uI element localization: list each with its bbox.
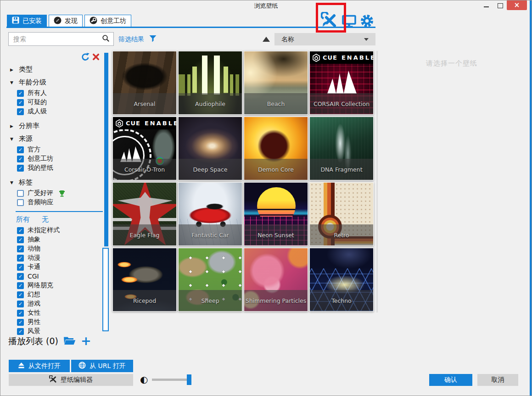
opacity-slider-track[interactable]: [152, 379, 190, 381]
cancel-button[interactable]: 取消: [477, 374, 518, 386]
filter-option: ✓成人级: [8, 107, 102, 116]
wallpaper-tile[interactable]: Audiophile: [178, 51, 242, 115]
add-playlist-icon[interactable]: +: [81, 335, 91, 347]
checkbox[interactable]: ✓: [17, 156, 24, 162]
wallpaper-tile[interactable]: Retro: [309, 182, 374, 246]
wallpaper-tile[interactable]: Neon Sunset: [244, 182, 308, 246]
filter-option: ✓游戏: [8, 299, 102, 308]
grid-scrollbar-track[interactable]: [376, 51, 378, 312]
checkbox[interactable]: ✓: [17, 282, 24, 289]
section-label: 年龄分级: [19, 78, 46, 87]
checkbox[interactable]: ✓: [17, 90, 24, 97]
wallpaper-tile[interactable]: Eagle Flag: [112, 182, 177, 246]
wallpaper-tile[interactable]: Demon Core: [244, 117, 308, 180]
tab-label: 发现: [65, 17, 78, 25]
tab-installed[interactable]: 已安装: [7, 15, 47, 27]
filter-option-label: 官方: [28, 145, 40, 154]
search-icon: [102, 34, 110, 44]
filter-option: ✓所有人: [8, 89, 102, 98]
checkbox[interactable]: ✓: [17, 264, 24, 271]
checkbox[interactable]: ✓: [17, 165, 24, 172]
close-button[interactable]: ×: [507, 0, 527, 10]
checkbox[interactable]: [17, 199, 24, 206]
maximize-button[interactable]: [494, 1, 506, 10]
sidebar-section-header[interactable]: ▼年龄分级: [8, 77, 102, 88]
filter-option-label: 未指定样式: [28, 226, 60, 234]
checkbox[interactable]: ✓: [17, 108, 24, 115]
globe-icon: [78, 362, 86, 370]
wallpaper-tile[interactable]: Sheep: [178, 248, 242, 312]
filter-option-label: 卡通: [28, 263, 40, 271]
tab-strip: 已安装 发现 创意工坊: [7, 15, 131, 27]
sidebar-scrollbar-track[interactable]: [104, 53, 108, 246]
cancel-label: 取消: [492, 376, 504, 384]
checkbox[interactable]: ✓: [17, 310, 24, 317]
trophy-icon: [58, 190, 66, 197]
wallpaper-editor-button[interactable]: 壁纸编辑器: [9, 374, 133, 386]
wallpaper-tile[interactable]: Ricepod: [112, 248, 177, 312]
wallpaper-tile[interactable]: Arsenal: [112, 51, 177, 115]
checkbox[interactable]: ✓: [17, 146, 24, 153]
wallpaper-tile[interactable]: DNA Fragment: [309, 117, 374, 180]
sidebar-section-header[interactable]: ▼来源: [8, 133, 102, 145]
open-from-url-button[interactable]: 从 URL 打开: [71, 360, 133, 372]
filter-icon[interactable]: [149, 35, 157, 44]
wallpaper-tile[interactable]: Deep Space: [178, 117, 242, 180]
confirm-button[interactable]: 确认: [429, 374, 472, 386]
refresh-filters-icon[interactable]: [81, 53, 90, 63]
wallpaper-tile[interactable]: Beach: [244, 51, 308, 115]
minimize-button[interactable]: [480, 1, 492, 10]
wallpaper-tile[interactable]: CUEENABLEDCorsair-O-Tron: [112, 117, 177, 180]
cue-enabled-badge: CUEENABLED: [113, 117, 177, 129]
sidebar-section-header[interactable]: ▶类型: [8, 64, 102, 75]
checkbox[interactable]: ✓: [17, 291, 24, 298]
tab-label: 已安装: [22, 17, 42, 25]
filter-option-label: 可疑的: [28, 98, 47, 106]
chevron-right-icon: ▶: [10, 124, 15, 128]
wallpaper-grid: ArsenalAudiophileBeachCUEENABLEDCORSAIR …: [112, 51, 375, 312]
wallpaper-title: Audiophile: [179, 93, 242, 114]
tab-workshop[interactable]: 创意工坊: [84, 15, 131, 27]
opacity-slider-handle[interactable]: [187, 374, 191, 385]
wallpaper-tile[interactable]: CUEENABLEDCORSAIR Collection: [309, 51, 374, 115]
wallpaper-tile[interactable]: Shimmering Particles: [244, 248, 308, 312]
maximize-icon: [498, 3, 503, 8]
section-label: 类型: [19, 65, 33, 74]
checkbox[interactable]: ✓: [17, 255, 24, 262]
filter-option-label: 我的壁纸: [28, 164, 53, 172]
checkbox[interactable]: ✓: [17, 245, 24, 252]
wallpaper-tile[interactable]: Techno: [309, 248, 374, 312]
confirm-label: 确认: [444, 376, 457, 384]
filter-option: ✓CGI: [8, 272, 102, 281]
search-input[interactable]: [12, 35, 102, 43]
open-from-file-button[interactable]: 从文件打开: [9, 360, 70, 372]
checkbox[interactable]: ✓: [17, 99, 24, 106]
checkbox[interactable]: ✓: [17, 227, 24, 234]
divider: [16, 211, 103, 212]
clear-filters-icon[interactable]: [92, 53, 100, 62]
select-all-link[interactable]: 所有: [16, 215, 30, 224]
checkbox[interactable]: ✓: [17, 301, 24, 307]
sort-ascending-icon[interactable]: [263, 37, 270, 42]
filter-option-label: 成人级: [28, 107, 47, 116]
sidebar-scrollbar-thumb[interactable]: [102, 248, 109, 331]
filter-option-label: CGI: [28, 273, 39, 280]
sort-dropdown[interactable]: 名称: [274, 33, 375, 45]
select-none-link[interactable]: 无: [42, 215, 49, 224]
chevron-down-icon: ▼: [10, 180, 15, 185]
chevron-right-icon: ▶: [10, 67, 15, 72]
open-playlist-folder-icon[interactable]: [63, 336, 76, 347]
filter-option-label: 幻想: [28, 290, 40, 299]
compass-icon: [54, 17, 62, 26]
checkbox[interactable]: ✓: [17, 273, 24, 280]
sidebar-section-header[interactable]: ▼标签: [8, 177, 102, 188]
section-label: 分辨率: [19, 122, 39, 130]
wallpaper-tile[interactable]: Fantastic Car: [178, 182, 242, 246]
window-title: 浏览壁纸: [254, 2, 278, 10]
sidebar-section-header[interactable]: ▶分辨率: [8, 120, 102, 132]
checkbox[interactable]: [17, 190, 24, 197]
tab-discover[interactable]: 发现: [49, 15, 83, 27]
filter-option-label: 广受好评: [28, 189, 53, 197]
checkbox[interactable]: ✓: [17, 236, 24, 243]
checkbox[interactable]: ✓: [17, 319, 24, 326]
